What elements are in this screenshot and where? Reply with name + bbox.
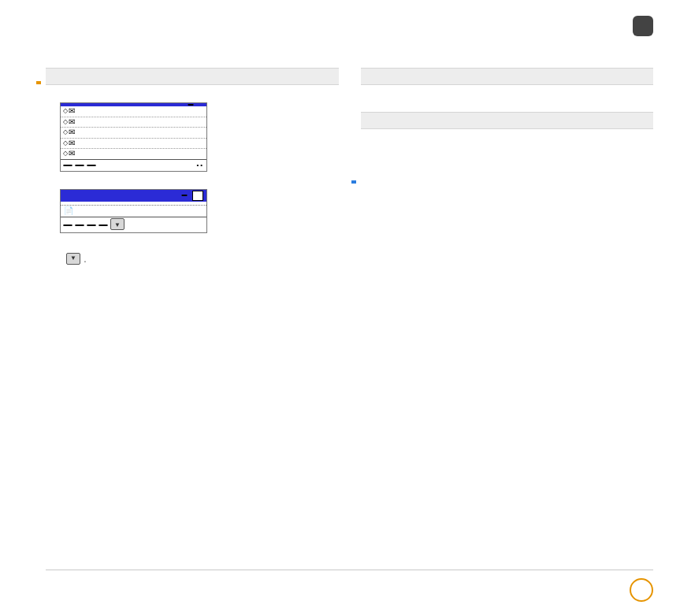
message-counter[interactable] <box>188 104 194 106</box>
attachment-row[interactable]: 📄 <box>61 205 206 217</box>
screenshot-titlebar <box>61 190 206 202</box>
get-button[interactable] <box>75 165 84 166</box>
done-button[interactable] <box>63 225 72 226</box>
list-item[interactable]: ◇✉ <box>61 138 206 149</box>
left-column: ◇✉ ◇✉ ◇✉ ◇✉ ◇✉ •• <box>46 68 339 273</box>
mail-icon: ✉ <box>69 149 79 159</box>
screenshot-message-view: 📄 <box>60 189 207 234</box>
reply-button[interactable] <box>75 225 84 226</box>
mail-icon: ✉ <box>69 117 79 128</box>
attachment-icon: 📄 <box>64 206 73 217</box>
step-3: . <box>46 250 339 268</box>
step-text: . <box>66 250 339 268</box>
running-footer <box>46 570 653 602</box>
new-button[interactable] <box>63 165 72 166</box>
list-item[interactable]: ◇✉ <box>61 117 206 128</box>
two-column-layout: ◇✉ ◇✉ ◇✉ ◇✉ ◇✉ •• <box>46 68 653 273</box>
mail-icon: ✉ <box>69 128 79 138</box>
list-item[interactable]: ◇✉ <box>61 127 206 138</box>
tip-callout-scroll-arrows <box>361 68 654 85</box>
page-number <box>630 578 653 602</box>
page: ◇✉ ◇✉ ◇✉ ◇✉ ◇✉ •• <box>0 0 680 616</box>
list-item[interactable]: ◇✉ <box>61 106 206 117</box>
chapter-number-badge <box>633 16 653 36</box>
callout-accent-bar <box>351 180 356 184</box>
tip-callout-inbox-dots <box>46 68 339 85</box>
sort-button[interactable] <box>87 165 96 166</box>
more-icon <box>66 253 80 265</box>
message-list: ◇✉ ◇✉ ◇✉ ◇✉ ◇✉ <box>61 106 206 159</box>
delete-button[interactable] <box>98 225 108 226</box>
running-header <box>46 16 653 36</box>
header-icon[interactable] <box>192 191 203 201</box>
message-position[interactable] <box>181 195 188 196</box>
screenshot-toolbar: •• <box>61 159 206 171</box>
fwd-button[interactable] <box>87 225 96 226</box>
more-icon[interactable] <box>110 218 124 230</box>
right-column <box>361 68 654 273</box>
did-you-know-callout <box>361 112 654 129</box>
screenshot-toolbar <box>61 217 206 232</box>
screenshot-inbox-list: ◇✉ ◇✉ ◇✉ ◇✉ ◇✉ •• <box>60 102 207 172</box>
list-item[interactable]: ◇✉ <box>61 148 206 159</box>
callout-accent-bar <box>36 81 41 84</box>
activity-dots-icon[interactable]: •• <box>196 161 204 169</box>
mail-icon: ✉ <box>69 139 79 149</box>
mail-icon: ✉ <box>69 106 79 117</box>
step-number <box>46 250 55 268</box>
